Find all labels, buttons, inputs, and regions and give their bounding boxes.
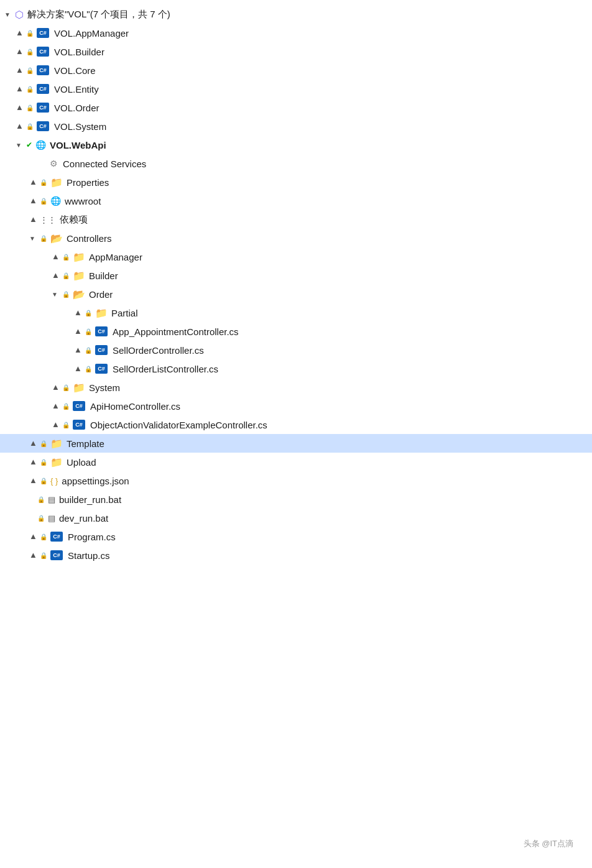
label-appmanager: VOL.AppManager — [54, 28, 129, 39]
arrow-wwwroot: ▶ — [27, 196, 37, 206]
lock-partial: 🔒 — [85, 310, 92, 316]
label-builder-bat: builder_run.bat — [59, 494, 121, 505]
lock-system-ctrl: 🔒 — [62, 384, 70, 391]
folder-upload[interactable]: ▶ 🔒 📁 Upload — [0, 453, 592, 471]
file-program-cs[interactable]: ▶ 🔒 C# Program.cs — [0, 527, 592, 546]
lock-core: 🔒 — [26, 67, 34, 74]
solution-label: 解决方案"VOL"(7 个项目，共 7 个) — [27, 9, 170, 21]
cs-badge-appmanager: C# — [37, 28, 49, 38]
file-objectaction-ctrl[interactable]: ▶ 🔒 C# ObjectActionValidatorExampleContr… — [0, 415, 592, 434]
folder-properties[interactable]: ▶ 🔒 📁 Properties — [0, 173, 592, 192]
lock-builder-bat: 🔒 — [37, 496, 45, 503]
project-order[interactable]: ▶ 🔒 C# VOL.Order — [0, 98, 592, 117]
solution-icon: ⬡ — [15, 9, 24, 21]
project-webapi[interactable]: ▼ ✔ 🌐 VOL.WebApi — [0, 136, 592, 154]
label-system: VOL.System — [54, 121, 106, 132]
file-sellorderlist-ctrl[interactable]: ▶ 🔒 C# SellOrderListController.cs — [0, 359, 592, 378]
lock-appmanager-ctrl: 🔒 — [62, 254, 70, 261]
project-appmanager[interactable]: ▶ 🔒 C# VOL.AppManager — [0, 24, 592, 42]
lock-program: 🔒 — [40, 533, 47, 540]
file-startup-cs[interactable]: ▶ 🔒 C# Startup.cs — [0, 546, 592, 565]
arrow-system: ▶ — [14, 121, 24, 131]
folder-template[interactable]: ▶ 🔒 📁 Template — [0, 434, 592, 453]
arrow-order: ▶ — [14, 103, 24, 113]
file-dev-bat[interactable]: 🔒 ▤ dev_run.bat — [0, 509, 592, 527]
lock-entity: 🔒 — [26, 86, 34, 93]
project-core[interactable]: ▶ 🔒 C# VOL.Core — [0, 61, 592, 80]
arrow-objectaction: ▶ — [50, 420, 60, 430]
label-sellorder: SellOrderController.cs — [113, 345, 204, 356]
arrow-builder: ▶ — [14, 47, 24, 57]
arrow-webapi: ▼ — [14, 140, 24, 150]
label-appsettings: appsettings.json — [62, 476, 129, 486]
solution-root[interactable]: ▼ ⬡ 解决方案"VOL"(7 个项目，共 7 个) — [0, 5, 592, 24]
label-deps: 依赖项 — [60, 214, 88, 226]
lock-order: 🔒 — [26, 104, 34, 111]
lock-controllers: 🔒 — [40, 235, 47, 242]
lock-startup: 🔒 — [40, 552, 47, 559]
folder-icon-template: 📁 — [50, 438, 63, 450]
lock-sellorderlist: 🔒 — [85, 366, 92, 372]
cs-badge-appointment: C# — [95, 326, 108, 336]
project-builder[interactable]: ▶ 🔒 C# VOL.Builder — [0, 42, 592, 61]
arrow-controllers: ▼ — [27, 233, 37, 243]
file-apihome-ctrl[interactable]: ▶ 🔒 C# ApiHomeController.cs — [0, 397, 592, 415]
connected-services[interactable]: ⚙ Connected Services — [0, 154, 592, 173]
label-startup: Startup.cs — [68, 550, 110, 561]
cs-badge-startup: C# — [50, 550, 63, 560]
cs-badge-order: C# — [37, 103, 49, 113]
cs-badge-objectaction: C# — [73, 420, 85, 430]
folder-icon-upload: 📁 — [50, 456, 63, 468]
folder-icon-properties: 📁 — [50, 177, 63, 188]
label-objectaction: ObjectActionValidatorExampleController.c… — [90, 420, 267, 430]
bat-icon-builder: ▤ — [48, 495, 55, 504]
cs-badge-entity: C# — [37, 84, 49, 94]
file-sellorder-ctrl[interactable]: ▶ 🔒 C# SellOrderController.cs — [0, 341, 592, 359]
arrow-upload: ▶ — [27, 457, 37, 467]
label-appmanager-ctrl: AppManager — [89, 252, 142, 262]
solution-arrow: ▼ — [2, 9, 12, 19]
project-system[interactable]: ▶ 🔒 C# VOL.System — [0, 117, 592, 136]
folder-controllers[interactable]: ▼ 🔒 📂 Controllers — [0, 229, 592, 247]
file-appsettings[interactable]: ▶ 🔒 { } appsettings.json — [0, 471, 592, 490]
arrow-appsettings: ▶ — [27, 476, 37, 486]
checkmark-webapi: ✔ — [26, 141, 32, 149]
folder-builder-ctrl[interactable]: ▶ 🔒 📁 Builder — [0, 266, 592, 285]
lock-dev-bat: 🔒 — [37, 515, 45, 522]
folder-icon-partial: 📁 — [95, 307, 108, 319]
label-template: Template — [67, 438, 104, 449]
arrow-program: ▶ — [27, 532, 37, 542]
cs-badge-system: C# — [37, 121, 49, 131]
arrow-template: ▶ — [27, 438, 37, 448]
lock-builder-ctrl: 🔒 — [62, 272, 70, 279]
label-connected-services: Connected Services — [63, 159, 146, 169]
arrow-appmanager: ▶ — [14, 28, 24, 38]
file-appointment-ctrl[interactable]: ▶ 🔒 C# App_AppointmentController.cs — [0, 322, 592, 341]
arrow-order-ctrl: ▼ — [50, 289, 60, 299]
arrow-builder-ctrl: ▶ — [50, 270, 60, 280]
label-wwwroot: wwwroot — [65, 196, 101, 206]
label-entity: VOL.Entity — [54, 84, 99, 95]
folder-system-ctrl[interactable]: ▶ 🔒 📁 System — [0, 378, 592, 397]
label-sellorderlist: SellOrderListController.cs — [113, 364, 218, 374]
label-core: VOL.Core — [54, 65, 96, 76]
folder-icon-system-ctrl: 📁 — [73, 382, 85, 394]
label-builder-ctrl: Builder — [89, 270, 118, 281]
lock-appsettings: 🔒 — [40, 478, 47, 484]
lock-apihome: 🔒 — [62, 403, 70, 410]
folder-appmanager-ctrl[interactable]: ▶ 🔒 📁 AppManager — [0, 247, 592, 266]
file-builder-bat[interactable]: 🔒 ▤ builder_run.bat — [0, 490, 592, 509]
project-entity[interactable]: ▶ 🔒 C# VOL.Entity — [0, 80, 592, 98]
folder-icon-builder-ctrl: 📁 — [73, 270, 85, 282]
lock-properties: 🔒 — [40, 179, 47, 186]
folder-partial[interactable]: ▶ 🔒 📁 Partial — [0, 303, 592, 322]
folder-deps[interactable]: ▶ ⋮⋮ 依赖项 — [0, 210, 592, 229]
cs-badge-sellorder: C# — [95, 345, 108, 355]
folder-order-ctrl[interactable]: ▼ 🔒 📂 Order — [0, 285, 592, 303]
watermark: 头条 @IT点滴 — [524, 838, 573, 849]
cs-badge-builder: C# — [37, 47, 49, 57]
folder-icon-controllers: 📂 — [50, 233, 63, 244]
cs-badge-sellorderlist: C# — [95, 364, 108, 374]
globe-webapi: 🌐 — [35, 140, 46, 150]
folder-wwwroot[interactable]: ▶ 🔒 🌐 wwwroot — [0, 192, 592, 210]
